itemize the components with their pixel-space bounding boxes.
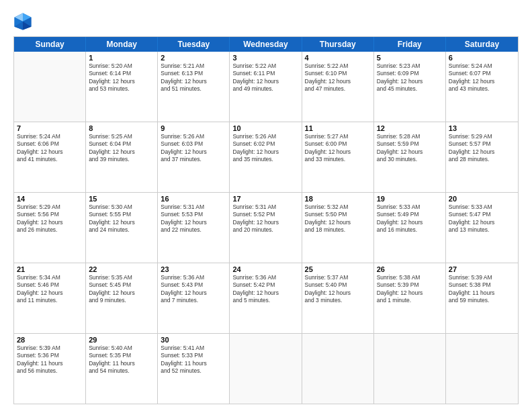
day-number: 15 (89, 195, 154, 203)
cell-info: Sunrise: 5:41 AM Sunset: 5:33 PM Dayligh… (161, 345, 226, 375)
day-number: 13 (449, 124, 515, 132)
weekday-header-monday: Monday (86, 37, 158, 52)
calendar-row-2: 14Sunrise: 5:29 AM Sunset: 5:56 PM Dayli… (14, 193, 518, 263)
day-number: 8 (89, 124, 154, 132)
calendar-cell-r3c0: 21Sunrise: 5:34 AM Sunset: 5:46 PM Dayli… (14, 263, 86, 333)
day-number: 2 (161, 54, 226, 62)
day-number: 21 (17, 265, 83, 273)
day-number: 30 (161, 336, 226, 344)
calendar-cell-r4c4 (302, 334, 374, 404)
calendar-row-3: 21Sunrise: 5:34 AM Sunset: 5:46 PM Dayli… (14, 263, 518, 334)
calendar-cell-r4c6 (446, 334, 518, 404)
calendar-cell-r3c1: 22Sunrise: 5:35 AM Sunset: 5:45 PM Dayli… (86, 263, 158, 333)
day-number: 7 (17, 124, 83, 132)
calendar-cell-r0c4: 4Sunrise: 5:22 AM Sunset: 6:10 PM Daylig… (302, 52, 374, 122)
calendar-cell-r0c6: 6Sunrise: 5:24 AM Sunset: 6:07 PM Daylig… (446, 52, 518, 122)
calendar-cell-r2c6: 20Sunrise: 5:33 AM Sunset: 5:47 PM Dayli… (446, 193, 518, 263)
weekday-header-thursday: Thursday (302, 37, 374, 52)
cell-info: Sunrise: 5:31 AM Sunset: 5:52 PM Dayligh… (232, 203, 298, 234)
calendar-cell-r2c3: 17Sunrise: 5:31 AM Sunset: 5:52 PM Dayli… (230, 193, 302, 263)
cell-info: Sunrise: 5:30 AM Sunset: 5:55 PM Dayligh… (89, 203, 154, 234)
weekday-header-sunday: Sunday (14, 37, 86, 52)
cell-info: Sunrise: 5:22 AM Sunset: 6:10 PM Dayligh… (305, 62, 371, 93)
day-number: 5 (377, 54, 443, 62)
calendar-cell-r2c0: 14Sunrise: 5:29 AM Sunset: 5:56 PM Dayli… (14, 193, 86, 263)
cell-info: Sunrise: 5:34 AM Sunset: 5:46 PM Dayligh… (17, 274, 83, 305)
header (13, 12, 519, 31)
calendar-cell-r2c5: 19Sunrise: 5:33 AM Sunset: 5:49 PM Dayli… (374, 193, 446, 263)
day-number: 9 (161, 124, 226, 132)
calendar-header: SundayMondayTuesdayWednesdayThursdayFrid… (14, 37, 518, 52)
weekday-header-friday: Friday (374, 37, 446, 52)
day-number: 14 (17, 195, 83, 203)
day-number: 4 (305, 54, 371, 62)
cell-info: Sunrise: 5:28 AM Sunset: 5:59 PM Dayligh… (377, 133, 443, 164)
logo (13, 12, 34, 31)
day-number: 23 (161, 265, 226, 273)
cell-info: Sunrise: 5:40 AM Sunset: 5:35 PM Dayligh… (89, 345, 154, 375)
day-number: 1 (89, 54, 154, 62)
calendar-cell-r4c2: 30Sunrise: 5:41 AM Sunset: 5:33 PM Dayli… (158, 334, 230, 404)
calendar-cell-r4c0: 28Sunrise: 5:39 AM Sunset: 5:36 PM Dayli… (14, 334, 86, 404)
cell-info: Sunrise: 5:31 AM Sunset: 5:53 PM Dayligh… (161, 203, 226, 234)
calendar-cell-r3c3: 24Sunrise: 5:36 AM Sunset: 5:42 PM Dayli… (230, 263, 302, 333)
calendar-page: SundayMondayTuesdayWednesdayThursdayFrid… (0, 0, 532, 411)
cell-info: Sunrise: 5:39 AM Sunset: 5:38 PM Dayligh… (449, 274, 515, 305)
day-number: 3 (232, 54, 298, 62)
calendar-cell-r0c3: 3Sunrise: 5:22 AM Sunset: 6:11 PM Daylig… (230, 52, 302, 122)
cell-info: Sunrise: 5:33 AM Sunset: 5:47 PM Dayligh… (449, 203, 515, 234)
day-number: 28 (17, 336, 83, 344)
day-number: 22 (89, 265, 154, 273)
day-number: 25 (305, 265, 371, 273)
day-number: 29 (89, 336, 154, 344)
day-number: 6 (449, 54, 515, 62)
day-number: 27 (449, 265, 515, 273)
cell-info: Sunrise: 5:36 AM Sunset: 5:42 PM Dayligh… (232, 274, 298, 305)
weekday-header-wednesday: Wednesday (230, 37, 302, 52)
calendar-cell-r2c2: 16Sunrise: 5:31 AM Sunset: 5:53 PM Dayli… (158, 193, 230, 263)
calendar-cell-r1c4: 11Sunrise: 5:27 AM Sunset: 6:00 PM Dayli… (302, 122, 374, 192)
calendar-cell-r3c6: 27Sunrise: 5:39 AM Sunset: 5:38 PM Dayli… (446, 263, 518, 333)
calendar-cell-r2c4: 18Sunrise: 5:32 AM Sunset: 5:50 PM Dayli… (302, 193, 374, 263)
cell-info: Sunrise: 5:26 AM Sunset: 6:02 PM Dayligh… (232, 133, 298, 164)
cell-info: Sunrise: 5:24 AM Sunset: 6:06 PM Dayligh… (17, 133, 83, 164)
calendar: SundayMondayTuesdayWednesdayThursdayFrid… (13, 36, 519, 404)
calendar-cell-r0c5: 5Sunrise: 5:23 AM Sunset: 6:09 PM Daylig… (374, 52, 446, 122)
logo-icon (13, 12, 32, 31)
cell-info: Sunrise: 5:27 AM Sunset: 6:00 PM Dayligh… (305, 133, 371, 164)
calendar-row-1: 7Sunrise: 5:24 AM Sunset: 6:06 PM Daylig… (14, 122, 518, 193)
cell-info: Sunrise: 5:38 AM Sunset: 5:39 PM Dayligh… (377, 274, 443, 305)
calendar-cell-r3c5: 26Sunrise: 5:38 AM Sunset: 5:39 PM Dayli… (374, 263, 446, 333)
day-number: 16 (161, 195, 226, 203)
calendar-row-0: 1Sunrise: 5:20 AM Sunset: 6:14 PM Daylig… (14, 52, 518, 122)
cell-info: Sunrise: 5:37 AM Sunset: 5:40 PM Dayligh… (305, 274, 371, 305)
calendar-cell-r0c2: 2Sunrise: 5:21 AM Sunset: 6:13 PM Daylig… (158, 52, 230, 122)
day-number: 17 (232, 195, 298, 203)
calendar-cell-r0c0 (14, 52, 86, 122)
cell-info: Sunrise: 5:21 AM Sunset: 6:13 PM Dayligh… (161, 62, 226, 93)
calendar-cell-r4c3 (230, 334, 302, 404)
calendar-cell-r2c1: 15Sunrise: 5:30 AM Sunset: 5:55 PM Dayli… (86, 193, 158, 263)
calendar-cell-r1c1: 8Sunrise: 5:25 AM Sunset: 6:04 PM Daylig… (86, 122, 158, 192)
cell-info: Sunrise: 5:22 AM Sunset: 6:11 PM Dayligh… (232, 62, 298, 93)
cell-info: Sunrise: 5:24 AM Sunset: 6:07 PM Dayligh… (449, 62, 515, 93)
day-number: 11 (305, 124, 371, 132)
day-number: 19 (377, 195, 443, 203)
cell-info: Sunrise: 5:29 AM Sunset: 5:56 PM Dayligh… (17, 203, 83, 234)
calendar-cell-r1c3: 10Sunrise: 5:26 AM Sunset: 6:02 PM Dayli… (230, 122, 302, 192)
weekday-header-saturday: Saturday (446, 37, 518, 52)
cell-info: Sunrise: 5:35 AM Sunset: 5:45 PM Dayligh… (89, 274, 154, 305)
day-number: 24 (232, 265, 298, 273)
cell-info: Sunrise: 5:33 AM Sunset: 5:49 PM Dayligh… (377, 203, 443, 234)
calendar-cell-r0c1: 1Sunrise: 5:20 AM Sunset: 6:14 PM Daylig… (86, 52, 158, 122)
calendar-cell-r4c5 (374, 334, 446, 404)
cell-info: Sunrise: 5:32 AM Sunset: 5:50 PM Dayligh… (305, 203, 371, 234)
calendar-cell-r4c1: 29Sunrise: 5:40 AM Sunset: 5:35 PM Dayli… (86, 334, 158, 404)
day-number: 26 (377, 265, 443, 273)
calendar-cell-r1c5: 12Sunrise: 5:28 AM Sunset: 5:59 PM Dayli… (374, 122, 446, 192)
day-number: 10 (232, 124, 298, 132)
calendar-cell-r1c0: 7Sunrise: 5:24 AM Sunset: 6:06 PM Daylig… (14, 122, 86, 192)
calendar-cell-r1c2: 9Sunrise: 5:26 AM Sunset: 6:03 PM Daylig… (158, 122, 230, 192)
day-number: 12 (377, 124, 443, 132)
calendar-body: 1Sunrise: 5:20 AM Sunset: 6:14 PM Daylig… (14, 52, 518, 404)
